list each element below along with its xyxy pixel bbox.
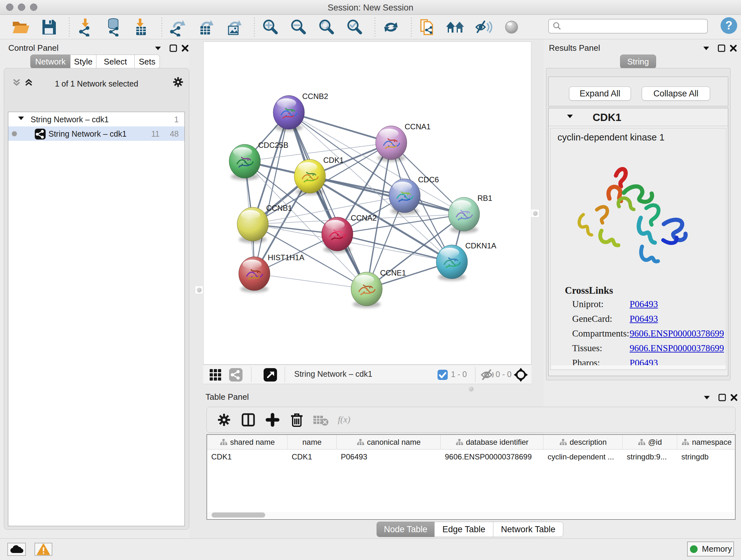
close-panel-icon[interactable] — [180, 44, 191, 53]
cloud-status-button[interactable] — [7, 543, 26, 556]
import-network-button[interactable] — [75, 17, 95, 37]
collapse-all-button[interactable]: Collapse All — [642, 86, 710, 101]
preview-sphere-button[interactable] — [502, 17, 522, 37]
tab-network[interactable]: Network — [30, 55, 71, 69]
table-delete-icon[interactable] — [313, 412, 329, 428]
tab-edge-table[interactable]: Edge Table — [434, 522, 493, 537]
network-canvas[interactable]: CCNB2CCNA1CDC25BCDK1CDC6RB1CCNB1CCNA2CDK… — [203, 42, 531, 365]
export-table-button[interactable] — [196, 17, 216, 37]
node-CDKN1A[interactable] — [436, 245, 468, 281]
gear-icon[interactable] — [216, 412, 232, 428]
fx-icon[interactable]: f(x) — [337, 412, 354, 428]
plus-icon[interactable] — [264, 412, 281, 428]
copy-network-button[interactable] — [417, 17, 437, 37]
splitter-handle[interactable] — [531, 209, 539, 217]
hide-unhide-button[interactable] — [474, 17, 493, 37]
table-toolbar: f(x) — [206, 407, 736, 433]
node-CCNE1[interactable] — [351, 272, 382, 308]
refresh-button[interactable] — [381, 17, 401, 37]
import-table-button[interactable] — [131, 17, 151, 37]
window-title: Session: New Session — [0, 3, 741, 13]
close-panel-icon[interactable] — [729, 393, 739, 402]
float-panel-icon[interactable] — [701, 44, 712, 53]
network-options-gear-icon[interactable] — [173, 77, 184, 87]
network-row-selected[interactable]: String Network – cdk1 11 48 — [8, 126, 185, 141]
export-network-button[interactable] — [168, 17, 188, 37]
search-input[interactable] — [548, 19, 708, 34]
table-cell[interactable]: 9606.ENSP00000378699 — [441, 449, 543, 464]
node-CCNA1[interactable] — [376, 126, 407, 162]
help-button[interactable]: ? — [720, 17, 738, 35]
node-table[interactable]: shared namenamecanonical namedatabase id… — [206, 434, 736, 520]
table-cell[interactable]: stringdb — [677, 449, 736, 464]
float-panel-icon[interactable] — [701, 393, 712, 402]
table-cell[interactable]: stringdb:9... — [623, 449, 677, 464]
crosslink-row: Compartments:9606.ENSP00000378699 — [550, 326, 726, 340]
tab-node-table[interactable]: Node Table — [377, 522, 434, 537]
zoom-out-button[interactable] — [288, 17, 308, 37]
column-header[interactable]: canonical name — [337, 435, 441, 449]
tab-select[interactable]: Select — [96, 55, 135, 69]
column-header[interactable]: name — [287, 435, 337, 449]
close-panel-icon[interactable] — [728, 44, 739, 53]
first-neighbors-button[interactable] — [446, 17, 465, 37]
column-header[interactable]: description — [543, 435, 623, 449]
table-cell[interactable]: cyclin-dependent ... — [543, 449, 623, 464]
node-CCNB2[interactable] — [273, 96, 305, 131]
table-cell[interactable]: CDK1 — [207, 449, 287, 464]
column-header[interactable]: shared name — [207, 435, 287, 449]
network-collection-row[interactable]: String Network – cdk1 1 — [8, 112, 185, 126]
node-entry-header[interactable]: CDK1 — [549, 108, 728, 126]
detach-view-icon[interactable] — [263, 368, 277, 382]
results-hscrollbar[interactable] — [551, 365, 726, 369]
maximize-panel-icon[interactable] — [168, 44, 179, 53]
splitter-handle[interactable] — [195, 286, 203, 294]
crosslink-link[interactable]: 9606.ENSP00000378699 — [630, 343, 724, 354]
expand-all-button[interactable]: Expand All — [569, 86, 631, 101]
collapse-caret-icon[interactable] — [566, 113, 574, 119]
zoom-in-button[interactable] — [260, 17, 280, 37]
trash-icon[interactable] — [288, 412, 305, 428]
node-CCNA2[interactable] — [322, 217, 353, 253]
scrollbar-thumb[interactable] — [212, 512, 265, 517]
column-header[interactable]: @id — [623, 435, 677, 449]
import-database-button[interactable] — [104, 17, 123, 37]
network-label: String Network – cdk1 — [49, 129, 127, 138]
memory-button[interactable]: Memory — [687, 542, 734, 557]
table-cell[interactable]: CDK1 — [287, 449, 337, 464]
tab-style[interactable]: Style — [70, 55, 96, 69]
warnings-button[interactable] — [35, 543, 52, 556]
tab-string[interactable]: String — [620, 55, 656, 69]
maximize-panel-icon[interactable] — [717, 393, 728, 402]
column-header[interactable]: database identifier — [441, 435, 543, 449]
table-hscrollbar[interactable] — [208, 512, 734, 518]
save-button[interactable] — [39, 17, 59, 37]
collapse-caret-icon[interactable] — [17, 115, 25, 121]
node-CDK1[interactable] — [294, 159, 326, 195]
crosslink-link[interactable]: P06493 — [630, 299, 658, 309]
column-header[interactable]: namespace — [677, 435, 736, 449]
birds-eye-toggle-icon[interactable] — [514, 368, 528, 382]
network-overview-icon[interactable] — [229, 368, 243, 382]
node-CDC25B[interactable] — [229, 144, 260, 180]
node-HIST1H1A[interactable] — [239, 257, 270, 293]
tab-sets[interactable]: Sets — [134, 55, 160, 69]
table-cell[interactable]: P06493 — [337, 449, 441, 464]
zoom-fit-button[interactable] — [317, 17, 336, 37]
selected-checkbox-icon[interactable] — [437, 369, 448, 380]
grid-view-icon[interactable] — [208, 368, 222, 382]
node-CCNB1[interactable] — [237, 207, 268, 243]
crosslink-link[interactable]: P06493 — [630, 314, 658, 324]
table-row[interactable]: CDK1CDK1P064939606.ENSP00000378699cyclin… — [207, 449, 735, 464]
zoom-selected-button[interactable] — [345, 17, 364, 37]
float-panel-icon[interactable] — [152, 44, 163, 53]
maximize-panel-icon[interactable] — [716, 44, 727, 53]
columns-icon[interactable] — [240, 412, 257, 428]
export-image-button[interactable] — [224, 17, 244, 37]
tab-network-table[interactable]: Network Table — [493, 522, 563, 537]
crosslink-link[interactable]: 9606.ENSP00000378699 — [630, 328, 724, 339]
open-folder-button[interactable] — [11, 17, 30, 37]
node-CDC6[interactable] — [389, 179, 420, 214]
node-label-HIST1H1A: HIST1H1A — [268, 253, 305, 262]
node-RB1[interactable] — [448, 197, 480, 233]
